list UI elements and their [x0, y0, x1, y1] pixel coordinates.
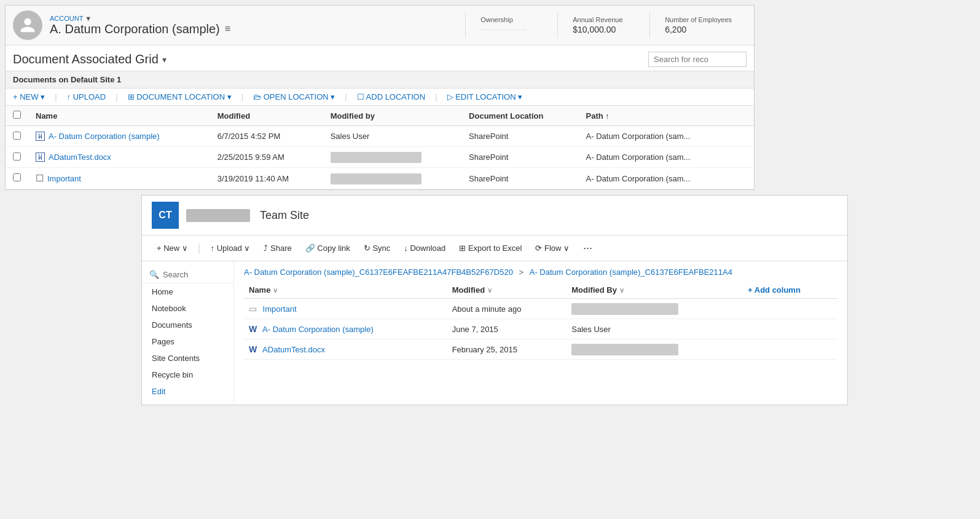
select-all-checkbox[interactable] [13, 111, 21, 119]
sp-file-link[interactable]: ▭ Important [249, 304, 442, 314]
sp-nav-recycle-bin[interactable]: Recycle bin [142, 366, 233, 383]
sp-nav-notebook[interactable]: Notebook [142, 300, 233, 317]
toolbar-open-location-button[interactable]: 🗁 OPEN LOCATION ▾ [253, 92, 335, 101]
sp-col-name-header[interactable]: Name ∨ [244, 282, 447, 299]
row-checkbox-cell [6, 147, 28, 168]
row-modified-cell: 3/19/2019 11:40 AM [210, 168, 323, 189]
sp-table-row: ▭ Important About a minute ago ████████ [244, 299, 837, 319]
sp-upload-button[interactable]: ↑ Upload ∨ [206, 241, 256, 255]
sp-nav-documents[interactable]: Documents [142, 317, 233, 333]
sp-col-modifiedby-header[interactable]: Modified By ∨ [566, 282, 743, 299]
sp-row-modified-cell: June 7, 2015 [447, 319, 567, 339]
sp-col-modified-header[interactable]: Modified ∨ [447, 282, 567, 299]
sp-main: A- Datum Corporation (sample)_C6137E6FEA… [234, 261, 847, 405]
sp-search[interactable]: 🔍 Search [142, 266, 233, 283]
row-checkbox[interactable] [13, 173, 21, 181]
row-modified-cell: 2/25/2015 9:59 AM [210, 147, 323, 168]
file-link[interactable]: 🅆 ADatumTest.docx [36, 152, 203, 162]
toolbar-add-location-button[interactable]: ☐ ADD LOCATION [357, 92, 425, 101]
toolbar-upload-button[interactable]: ↑ UPLOAD [67, 92, 106, 101]
sp-file-link[interactable]: W A- Datum Corporation (sample) [249, 324, 442, 334]
row-checkbox[interactable] [13, 132, 21, 140]
sp-row-modified-cell: About a minute ago [447, 299, 567, 319]
col-doclocation-header[interactable]: Document Location [461, 106, 578, 126]
sp-export-button[interactable]: ⊞ Export to Excel [454, 241, 527, 255]
account-field-ownership: Ownership ................ [465, 12, 557, 38]
docs-section: Documents on Default Site 1 + NEW ▾ | ↑ … [6, 71, 754, 189]
sp-ellipsis-icon[interactable]: ··· [578, 239, 597, 257]
col-modified-header[interactable]: Modified [210, 106, 323, 126]
row-location-cell: SharePoint [461, 168, 578, 189]
sp-file-name: ADatumTest.docx [261, 345, 325, 354]
account-header: ACCOUNT ▼ A. Datum Corporation (sample) … [6, 6, 754, 46]
row-extra-cell [735, 126, 755, 147]
crm-search-input[interactable] [648, 52, 747, 67]
section-chevron-icon[interactable]: ▾ [162, 55, 167, 65]
row-name-cell: ☐ Important [28, 168, 210, 189]
sp-nav-home[interactable]: Home [142, 283, 233, 300]
row-name-cell: 🅆 A- Datum Corporation (sample) [28, 126, 210, 147]
sp-nav-edit[interactable]: Edit [142, 383, 233, 400]
section-header: Document Associated Grid ▾ [6, 46, 754, 71]
file-link[interactable]: ☐ Important [36, 173, 203, 184]
sp-header: CT CRM3Cnnne Team Site [142, 196, 847, 236]
sp-nav-site-contents[interactable]: Site Contents [142, 350, 233, 366]
account-type[interactable]: ACCOUNT [50, 15, 83, 22]
row-name-cell: 🅆 ADatumTest.docx [28, 147, 210, 168]
field-value-ownership: ................ [480, 25, 543, 31]
row-modifiedby-cell: ████████ [323, 147, 461, 168]
toolbar-sep-1: | [55, 92, 57, 101]
sp-table-row: W A- Datum Corporation (sample) June 7, … [244, 319, 837, 339]
sp-download-button[interactable]: ↓ Download [399, 241, 450, 255]
row-extra-cell [735, 147, 755, 168]
toolbar-document-location-button[interactable]: ⊞ DOCUMENT LOCATION ▾ [128, 92, 232, 101]
sp-flow-button[interactable]: ⟳ Flow ∨ [530, 241, 574, 255]
sp-breadcrumb-part2[interactable]: A- Datum Corporation (sample)_C6137E6FEA… [530, 267, 732, 277]
sp-col-addcol-header[interactable]: + Add column [743, 282, 837, 299]
word-file-icon: 🅆 [36, 131, 45, 141]
section-title: Document Associated Grid ▾ [13, 52, 167, 66]
sp-file-name: A- Datum Corporation (sample) [261, 325, 374, 334]
table-row: ☐ Important 3/19/2019 11:40 AM ████████ … [6, 168, 754, 189]
account-fields: Ownership ................ Annual Revenu… [465, 12, 747, 38]
sharepoint-panel: CT CRM3Cnnne Team Site + New ∨ | ↑ Uploa… [141, 195, 848, 405]
sp-file-link[interactable]: W ADatumTest.docx [249, 344, 442, 354]
sp-new-button[interactable]: + New ∨ [152, 241, 193, 255]
sp-row-extra-cell [743, 339, 837, 360]
field-label-revenue: Annual Revenue [573, 16, 635, 23]
field-label-ownership: Ownership [480, 16, 543, 23]
sp-sync-button[interactable]: ↻ Sync [359, 241, 396, 255]
page-file-icon: ☐ [36, 173, 44, 184]
row-path-cell: A- Datum Corporation (sam... [579, 147, 735, 168]
row-extra-cell [735, 168, 755, 189]
section-title-text: Document Associated Grid [13, 52, 159, 66]
account-name: A. Datum Corporation (sample) ≡ [50, 22, 465, 36]
hamburger-icon[interactable]: ≡ [225, 23, 230, 34]
crm-panel: ACCOUNT ▼ A. Datum Corporation (sample) … [5, 5, 755, 190]
sp-nav-pages[interactable]: Pages [142, 333, 233, 350]
sp-share-button[interactable]: ⤴ Share [259, 241, 296, 255]
sp-site-team: Team Site [260, 209, 309, 222]
account-field-employees: Number of Employees 6,200 [649, 12, 747, 38]
col-path-header[interactable]: Path ↑ [579, 106, 735, 126]
sp-breadcrumb-part1[interactable]: A- Datum Corporation (sample)_C6137E6FEA… [244, 267, 513, 277]
account-label: ACCOUNT ▼ [50, 15, 465, 22]
account-info: ACCOUNT ▼ A. Datum Corporation (sample) … [50, 15, 465, 36]
toolbar-edit-location-button[interactable]: ▷ EDIT LOCATION ▾ [447, 92, 523, 101]
toolbar-sep-2: | [116, 92, 117, 101]
row-modified-cell: 6/7/2015 4:52 PM [210, 126, 323, 147]
docs-site-label: Documents on Default Site 1 [6, 71, 754, 89]
sp-row-extra-cell [743, 319, 837, 339]
file-link[interactable]: 🅆 A- Datum Corporation (sample) [36, 131, 203, 141]
toolbar-new-button[interactable]: + NEW ▾ [13, 92, 45, 101]
avatar [13, 10, 42, 40]
sp-copylink-button[interactable]: 🔗 Copy link [300, 241, 355, 255]
col-name-header[interactable]: Name [28, 106, 210, 126]
file-name: ADatumTest.docx [49, 153, 111, 162]
sp-row-name-cell: ▭ Important [244, 299, 447, 319]
sp-table-row: W ADatumTest.docx February 25, 2015 ████… [244, 339, 837, 360]
sp-row-modifiedby-cell: ████████ [566, 299, 743, 319]
col-modifiedby-header[interactable]: Modified by [323, 106, 461, 126]
row-checkbox[interactable] [13, 153, 21, 160]
row-checkbox-cell [6, 168, 28, 189]
